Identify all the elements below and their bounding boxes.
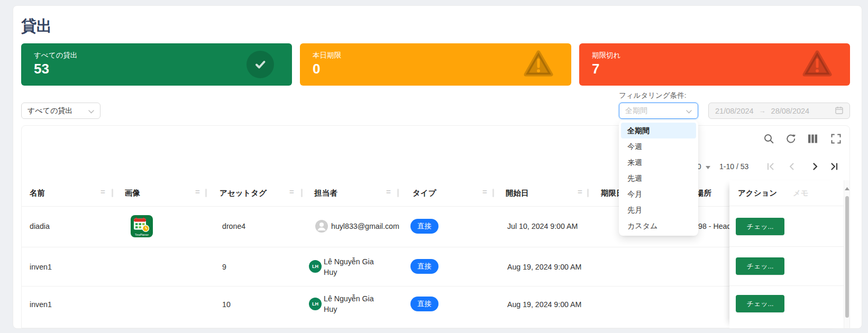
period-dropdown-menu: 全期間 今週 来週 先週 今月 先月 カスタム [619,121,698,236]
cell-name: diadia [30,222,50,230]
period-option-last-week[interactable]: 先週 [621,170,696,186]
cell-assignee: huyl833@gmail.com [331,222,406,230]
cell-assignee: Lê Nguyễn Gia Huy [324,257,384,278]
search-icon[interactable] [764,134,774,146]
cell-name: inven1 [30,263,52,271]
column-resize-handle[interactable] [205,189,207,197]
column-filter-icon[interactable]: = [386,187,391,196]
checkin-button[interactable]: チェッ... [736,295,784,312]
loan-filter-select[interactable]: すべての貸出 [21,103,100,119]
scrollbar-thumb[interactable] [845,196,849,318]
check-circle-icon [246,51,274,78]
reload-icon[interactable] [786,134,796,146]
row-divider [22,286,844,286]
row-divider [22,247,844,247]
period-option-this-month[interactable]: 今月 [621,186,696,202]
period-filter-label: フィルタリング条件: [619,91,686,100]
first-page-icon[interactable] [766,162,775,173]
person-icon [315,220,328,233]
loans-page: 貸出 すべての貸出 53 本日期限 0 期限切れ 7 [0,0,868,333]
col-header-location[interactable]: 場所 [696,180,711,206]
cell-asset-tag: 9 [222,263,226,271]
cell-start-date: Aug 19, 2024 9:00 AM [507,263,581,271]
column-resize-handle[interactable] [587,189,589,197]
stat-card-due-today[interactable]: 本日期限 0 [300,43,571,86]
column-resize-handle[interactable] [397,189,399,197]
col-header-type[interactable]: タイプ [413,180,436,206]
avatar-initials: LH [309,298,322,310]
last-page-icon[interactable] [829,162,839,173]
stat-card-all-loans[interactable]: すべての貸出 53 [21,43,292,86]
prev-page-icon[interactable] [787,162,797,173]
period-option-this-week[interactable]: 今週 [621,138,696,154]
cell-assignee: Lê Nguyễn Gia Huy [324,294,384,314]
scroll-up-icon[interactable] [845,183,849,192]
cell-asset-tag: 10 [222,300,231,309]
columns-icon[interactable] [808,134,818,146]
col-header-assignee[interactable]: 担当者 [314,180,337,206]
col-header-memo: メモ [793,180,809,206]
chevron-down-icon [686,107,692,115]
period-option-next-week[interactable]: 来週 [621,154,696,170]
warning-triangle-icon [802,50,832,79]
col-header-asset-tag[interactable]: アセットタグ [220,180,267,206]
fixed-action-column: アクション メモ チェッ... チェッ... チェッ... [729,180,844,328]
checkin-button[interactable]: チェッ... [736,257,784,275]
stat-card-overdue[interactable]: 期限切れ 7 [579,43,850,86]
col-header-start-date[interactable]: 開始日 [506,180,529,206]
period-filter-select[interactable]: 全期間 [619,103,698,119]
col-header-name[interactable]: 名前 [30,180,45,206]
cell-asset-tag: drone4 [222,222,245,230]
loan-filter-value: すべての貸出 [28,106,88,116]
cell-start-date: Aug 19, 2024 9:00 AM [507,300,581,309]
col-header-image[interactable]: 画像 [125,180,140,206]
column-filter-icon[interactable]: = [100,187,105,196]
caret-down-icon [706,166,710,169]
checkin-button[interactable]: チェッ... [736,218,784,235]
calendar-icon [835,106,843,116]
period-filter-value: 全期間 [625,106,686,116]
pagination-range: 1-10 / 53 [719,162,748,171]
type-badge[interactable]: 直接 [410,259,438,274]
period-option-custom[interactable]: カスタム [621,218,696,234]
next-page-icon[interactable] [810,162,820,173]
date-range-picker[interactable]: 21/08/2024 → 28/08/2024 [708,103,850,119]
cell-start-date: Jul 10, 2024 9:00 AM [507,222,578,230]
range-end: 28/08/2024 [771,107,810,115]
column-filter-icon[interactable]: = [482,187,487,196]
timeplanner-app-icon: TimePlanner [131,215,153,239]
column-resize-handle[interactable] [492,189,494,197]
period-option-all[interactable]: 全期間 [621,123,696,138]
type-badge[interactable]: 直接 [410,297,438,311]
row-divider [22,206,844,207]
column-filter-icon[interactable]: = [578,187,582,196]
svg-text:TimePlanner: TimePlanner [135,234,149,236]
page-title: 貸出 [21,16,52,37]
column-filter-icon[interactable]: = [289,187,294,196]
range-start: 21/08/2024 [715,107,754,115]
range-arrow-icon: → [759,107,766,115]
type-badge[interactable]: 直接 [410,219,438,234]
avatar-initials: LH [309,260,322,273]
column-resize-handle[interactable] [112,189,113,197]
table-vertical-scrollbar[interactable] [844,180,849,328]
period-option-last-month[interactable]: 先月 [621,202,696,218]
column-resize-handle[interactable] [301,189,303,197]
chevron-down-icon [88,107,94,115]
col-header-action[interactable]: アクション [738,180,777,206]
cell-name: inven1 [30,300,52,309]
fullscreen-icon[interactable] [831,134,841,146]
column-filter-icon[interactable]: = [195,187,200,196]
warning-triangle-icon [524,50,553,79]
